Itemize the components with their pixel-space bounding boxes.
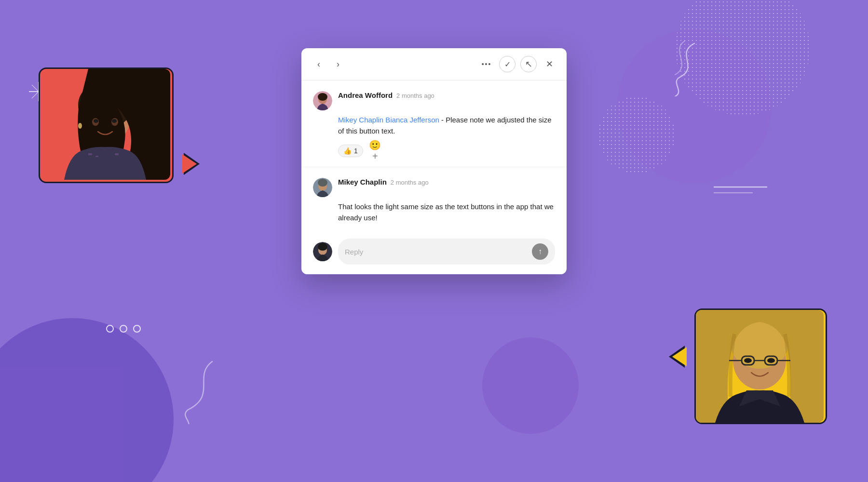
add-emoji-icon: 🙂+	[367, 139, 383, 162]
reply-area: ↑	[301, 231, 567, 274]
comment-mikey: Mikey Chaplin 2 months ago That looks th…	[301, 167, 567, 231]
resolve-button[interactable]: ✓	[499, 56, 515, 72]
avatar-andrea-img	[313, 91, 332, 110]
svg-point-30	[318, 179, 327, 187]
send-reply-button[interactable]: ↑	[532, 243, 548, 260]
reaction-count: 1	[354, 147, 358, 155]
chevron-left-icon: ‹	[317, 59, 320, 69]
comment-author-time-mikey: Mikey Chaplin 2 months ago	[338, 178, 429, 186]
thumbsup-reaction[interactable]: 👍 1	[338, 145, 363, 157]
svg-point-12	[78, 123, 82, 129]
dotted-circle-2	[598, 96, 675, 174]
comment-meta-andrea: Andrea Wofford 2 months ago	[338, 91, 434, 99]
avatar-woman-left	[40, 69, 170, 180]
svg-point-27	[318, 93, 327, 101]
comment-header-mikey: Mikey Chaplin 2 months ago	[313, 178, 555, 197]
modal-header: ‹ › ••• ✓ ↖ ✕	[301, 48, 567, 80]
mention-users: Mikey Chaplin Bianca Jefferson	[338, 116, 439, 124]
more-options-button[interactable]: •••	[479, 56, 494, 72]
chevron-right-icon: ›	[337, 59, 339, 69]
avatar-current-user-img	[313, 242, 332, 261]
speech-tail-right	[672, 347, 687, 366]
svg-point-33	[318, 243, 327, 251]
add-reaction-button[interactable]: 🙂+	[367, 143, 383, 159]
arrow-icon: ↖	[525, 59, 532, 69]
woman-illustration-right	[696, 310, 824, 423]
comment-body-mikey: That looks the light same size as the te…	[338, 201, 555, 224]
svg-rect-14	[95, 156, 98, 157]
svg-point-18	[744, 358, 752, 363]
person-right-container	[685, 308, 829, 443]
svg-point-11	[112, 119, 117, 123]
dot-1	[106, 325, 114, 333]
comment-meta-mikey: Mikey Chaplin 2 months ago	[338, 178, 429, 186]
svg-rect-15	[115, 153, 119, 155]
bg-blob-1	[0, 318, 174, 482]
check-icon: ✓	[504, 60, 511, 69]
close-button[interactable]: ✕	[542, 56, 557, 72]
comment-author-time-andrea: Andrea Wofford 2 months ago	[338, 91, 434, 99]
thumbsup-icon: 👍	[343, 147, 352, 155]
avatar-woman-right	[696, 310, 824, 423]
dots-indicator	[106, 325, 141, 333]
avatar-mikey-img	[313, 178, 332, 197]
svg-rect-13	[88, 153, 92, 155]
comment-body-andrea: Mikey Chaplin Bianca Jefferson - Please …	[338, 114, 555, 159]
bg-blob-3	[482, 337, 579, 434]
speech-bubble-left	[39, 67, 174, 183]
woman-illustration-left	[40, 69, 170, 180]
commenter-name-mikey: Mikey Chaplin	[338, 178, 387, 186]
commenter-name-andrea: Andrea Wofford	[338, 91, 393, 99]
deco-line-right	[714, 183, 772, 198]
more-icon: •••	[482, 60, 492, 68]
close-icon: ✕	[546, 59, 553, 69]
speech-bubble-right	[694, 308, 827, 424]
reply-input-wrap: ↑	[338, 239, 555, 265]
svg-point-19	[767, 358, 775, 363]
comment-modal: ‹ › ••• ✓ ↖ ✕	[301, 48, 567, 274]
avatar-mikey	[313, 178, 332, 197]
reactions-area: 👍 1 🙂+	[338, 143, 555, 159]
nav-back-button[interactable]: ‹	[311, 56, 326, 72]
modal-actions: ••• ✓ ↖ ✕	[479, 56, 557, 72]
person-left-container	[39, 67, 183, 202]
speech-tail-left	[182, 154, 197, 174]
navigate-button[interactable]: ↖	[520, 56, 537, 72]
svg-point-10	[94, 119, 98, 123]
comment-andrea: Andrea Wofford 2 months ago Mikey Chapli…	[301, 80, 567, 167]
comment-time-andrea: 2 months ago	[396, 92, 434, 99]
nav-forward-button[interactable]: ›	[330, 56, 346, 72]
squiggle-bottom-left	[174, 357, 222, 424]
avatar-current-user	[313, 242, 332, 261]
dot-2	[120, 325, 127, 333]
comment-text-andrea: Mikey Chaplin Bianca Jefferson - Please …	[338, 114, 555, 137]
comment-time-mikey: 2 months ago	[391, 179, 429, 186]
reply-input[interactable]	[345, 248, 528, 256]
comment-text-mikey: That looks the light same size as the te…	[338, 201, 555, 224]
dot-3	[133, 325, 141, 333]
comment-header-andrea: Andrea Wofford 2 months ago	[313, 91, 555, 110]
avatar-andrea	[313, 91, 332, 110]
send-icon: ↑	[538, 247, 542, 256]
modal-nav: ‹ ›	[311, 56, 346, 72]
